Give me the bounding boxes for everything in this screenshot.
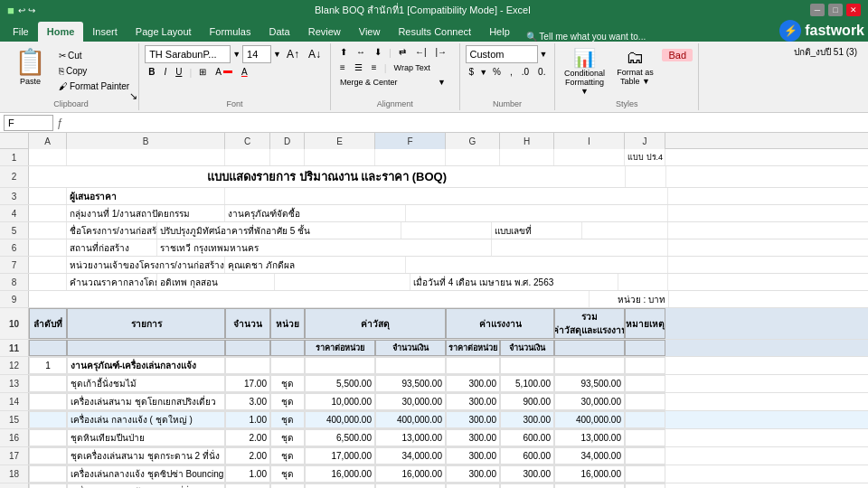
tab-formulas[interactable]: Formulas <box>201 22 260 42</box>
main-title: แบบแสดงรายการ ปริมาณงาน และราคา (BOQ) <box>29 166 626 187</box>
text-direction-button[interactable]: ⇄ <box>395 45 410 59</box>
font-increase-button[interactable]: A↑ <box>283 46 303 62</box>
corner-cell <box>0 133 29 148</box>
font-name-dropdown[interactable]: ▼ <box>232 50 241 59</box>
alignment-label: Alignment <box>377 98 413 108</box>
cell-reference-box[interactable]: F <box>4 115 53 131</box>
font-decrease-button[interactable]: A↓ <box>305 46 325 62</box>
user-info: ปกติ_งบปี 51 (3) <box>787 43 864 110</box>
table-row: 17 ชุดเครื่องเล่นสนาม ชุดกระดาน 2 ที่นั่… <box>0 447 868 465</box>
tab-page-layout[interactable]: Page Layout <box>127 22 201 42</box>
number-label: Number <box>493 98 522 108</box>
minimize-btn[interactable]: ─ <box>810 4 825 16</box>
currency-button[interactable]: $ <box>466 65 478 79</box>
col5-header: ค่าวัสดุ <box>305 308 446 339</box>
currency-dropdown[interactable]: ▼ <box>479 68 487 77</box>
align-right-button[interactable]: ≡ <box>368 61 381 74</box>
underline-button[interactable]: U <box>172 65 185 79</box>
tab-results-connect[interactable]: Results Connect <box>389 22 480 42</box>
row5-right: แบบเลขที่ <box>492 222 582 239</box>
fill-color-button[interactable]: A <box>212 65 236 79</box>
tab-home[interactable]: Home <box>38 22 84 42</box>
maximize-btn[interactable]: □ <box>828 4 843 16</box>
clipboard-content: 📋 Paste ✂Cut ⎘Copy 🖌Format Painter <box>9 45 133 98</box>
align-left-button[interactable]: ≡ <box>336 61 349 74</box>
tab-insert[interactable]: Insert <box>83 22 127 42</box>
col-header-I[interactable]: I <box>554 133 625 149</box>
col-header-A[interactable]: A <box>29 133 67 149</box>
font-size-input[interactable] <box>242 45 271 63</box>
row6-value: ราชเทวี กรุงเทพมหานคร <box>157 239 492 256</box>
font-label: Font <box>227 98 243 108</box>
col-header-H[interactable]: H <box>500 133 554 149</box>
tab-file[interactable]: File <box>4 22 38 42</box>
col-header-D[interactable]: D <box>270 133 305 149</box>
styles-group: 📊 ConditionalFormatting ▼ 🗂 Format asTab… <box>555 43 699 110</box>
tell-me[interactable]: 🔍 Tell me what you want to... <box>526 32 646 42</box>
col-header-F[interactable]: F <box>375 133 446 149</box>
row5-value: ปรับปรุงภูมิทัศน์อาคารที่พักอาศัย 5 ชั้น <box>157 222 401 239</box>
indent-increase-button[interactable]: |→ <box>431 45 450 59</box>
col6-header: ค่าแรงงาน <box>446 308 554 339</box>
col6a-header: ราคาต่อหน่วย <box>446 340 500 356</box>
col-header-C[interactable]: C <box>225 133 270 149</box>
number-format-dropdown[interactable]: ▼ <box>540 50 548 59</box>
align-top-button[interactable]: ⬆ <box>336 45 351 59</box>
wrap-text-button[interactable]: Wrap Text <box>391 61 454 74</box>
align-row2: ≡ ☰ ≡ | Wrap Text <box>336 61 454 74</box>
paste-button[interactable]: 📋 Paste <box>9 45 52 88</box>
tab-data[interactable]: Data <box>259 22 298 42</box>
cut-button[interactable]: ✂Cut <box>55 49 133 62</box>
tab-view[interactable]: View <box>350 22 390 42</box>
align-center-button[interactable]: ☰ <box>351 61 366 74</box>
row5-label: ชื่อโครงการ/งานก่อสร้าง <box>67 222 157 239</box>
format-as-table-button[interactable]: 🗂 Format asTable ▼ <box>611 45 658 88</box>
align-bottom-button[interactable]: ⬇ <box>371 45 385 59</box>
align-middle-button[interactable]: ↔ <box>353 45 369 59</box>
col-header-J[interactable]: J <box>625 133 665 149</box>
tab-help[interactable]: Help <box>480 22 519 42</box>
comma-button[interactable]: , <box>506 65 516 79</box>
table-row: 18 เครื่องเล่นกลางแจ้ง ชุดซิปซ่า Bouncin… <box>0 465 868 483</box>
table-row: 8 คำนวณราคากลางโดย อดิเทพ กุลสอน เมื่อวั… <box>0 274 868 291</box>
row3-label: ผู้เสนอราคา <box>67 188 225 204</box>
decimal-increase-button[interactable]: .0 <box>518 65 533 79</box>
font-color-button[interactable]: A <box>238 65 251 79</box>
conditional-formatting-button[interactable]: 📊 ConditionalFormatting ▼ <box>561 45 608 98</box>
col-header-G[interactable]: G <box>446 133 500 149</box>
formula-input[interactable] <box>67 115 864 131</box>
decimal-decrease-button[interactable]: 0. <box>534 65 549 79</box>
data-rows: 12 1 งานครุภัณฑ์-เครื่องเล่นกลางแจ้ง 13 … <box>0 357 868 488</box>
sheet-area: A B C D E F G H I J 1 <box>0 133 868 488</box>
bold-button[interactable]: B <box>145 65 158 79</box>
table-row: 3 ผู้เสนอราคา <box>0 188 868 205</box>
ribbon: 📋 Paste ✂Cut ⎘Copy 🖌Format Painter Clipb… <box>0 42 868 113</box>
styles-label: Styles <box>616 98 638 108</box>
border-button[interactable]: ⊞ <box>195 65 210 79</box>
format-painter-button[interactable]: 🖌Format Painter <box>55 80 133 93</box>
font-size-dropdown[interactable]: ▼ <box>273 50 281 59</box>
sheet-container: A B C D E F G H I J 1 <box>0 133 868 488</box>
alignment-group: ⬆ ↔ ⬇ | ⇄ ←| |→ ≡ ☰ ≡ | Wrap Text Merge … <box>331 43 460 110</box>
merge-center-button[interactable]: Merge & Center <box>336 76 436 89</box>
copy-button[interactable]: ⎘Copy <box>55 64 133 78</box>
close-btn[interactable]: ✕ <box>846 4 861 16</box>
col-header-B[interactable]: B <box>67 133 225 149</box>
clipboard-expand[interactable]: ↘ <box>129 90 138 99</box>
merge-dropdown[interactable]: ▼ <box>438 78 446 87</box>
italic-button[interactable]: I <box>160 65 170 79</box>
clipboard-group: 📋 Paste ✂Cut ⎘Copy 🖌Format Painter Clipb… <box>4 43 139 110</box>
table-header-row2: 11 ราคาต่อหน่วย จำนวนเงิน ราคาต่อหน่วย จ… <box>0 340 868 357</box>
formula-bar: F ƒ <box>0 113 868 133</box>
tab-review[interactable]: Review <box>299 22 350 42</box>
number-format-input[interactable] <box>466 45 538 63</box>
indent-decrease-button[interactable]: ←| <box>411 45 430 59</box>
table-row: 6 สถานที่ก่อสร้าง ราชเทวี กรุงเทพมหานคร <box>0 239 868 257</box>
row4-label: กลุ่มงานที่ 1/งานสถาปัตยกรรม <box>67 205 225 221</box>
align-row1: ⬆ ↔ ⬇ | ⇄ ←| |→ <box>336 45 450 59</box>
font-name-input[interactable] <box>145 45 231 63</box>
percent-button[interactable]: % <box>489 65 505 79</box>
title-bar: ■ ↩ ↪ Blank BOQ สำนักที่1 [Compatibility… <box>0 0 868 20</box>
col-header-E[interactable]: E <box>305 133 375 149</box>
bad-style-badge[interactable]: Bad <box>662 49 693 61</box>
